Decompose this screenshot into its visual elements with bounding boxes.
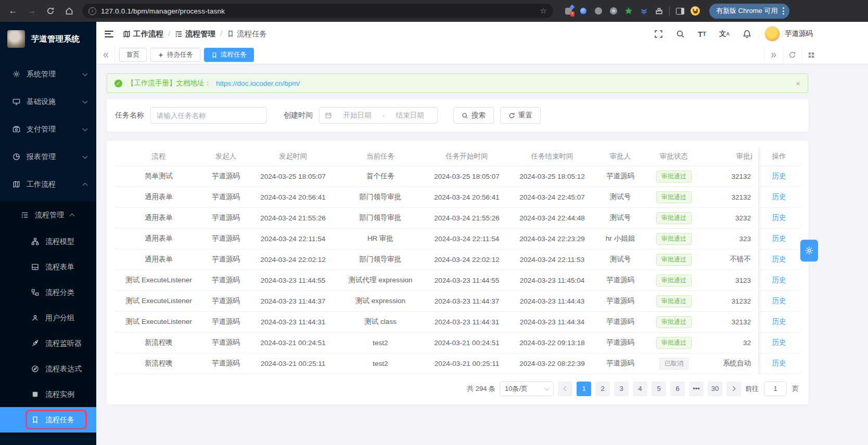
home-icon[interactable] (61, 3, 77, 19)
search-form: 任务名称 创建时间 开始日期 - 结束日期 搜索 重置 (107, 99, 808, 132)
breadcrumb-process-management[interactable]: 流程管理 (175, 29, 215, 39)
url-bar[interactable]: i 127.0.0.1/bpm/manager/process-tasnk ☆ (82, 4, 553, 18)
table-row[interactable]: 新流程噢 芋道源码 2024-03-21 00:24:51 test2 2024… (115, 332, 800, 353)
page-button[interactable]: 6 (670, 382, 685, 396)
sidebar-item-infra[interactable]: 基础设施 (0, 88, 96, 115)
sidebar-item-process-listener[interactable]: 流程监听器 (0, 331, 96, 356)
refresh-page-icon[interactable] (783, 46, 801, 64)
sidebar-item-user-group[interactable]: 用户分组 (0, 305, 96, 331)
tab-process-task[interactable]: 流程任务 (204, 48, 254, 62)
sidebar-item-process-task[interactable]: 流程任务 (0, 407, 96, 433)
tabs-scroll-right-icon[interactable] (764, 46, 783, 64)
table-row[interactable]: 通用表单 芋道源码 2024-03-24 22:02:12 部门领导审批 202… (115, 249, 800, 270)
tabs-scroll-left-icon[interactable] (96, 46, 115, 64)
table-row[interactable]: 通用表单 芋道源码 2024-03-24 21:55:26 部门领导审批 202… (115, 207, 800, 228)
success-check-icon: ✓ (114, 80, 122, 87)
sidebar-item-process-instance[interactable]: 流程实例 (0, 382, 96, 407)
back-icon[interactable]: ← (5, 3, 21, 19)
cell-process: 简单测试 (115, 166, 202, 187)
sidebar-item-process-form[interactable]: 流程表单 (0, 254, 96, 280)
extension-icon-5[interactable] (624, 6, 633, 16)
page-button[interactable]: 4 (633, 382, 647, 396)
prev-page-button[interactable] (558, 382, 572, 396)
task-name-input[interactable] (150, 107, 267, 124)
next-page-button[interactable] (726, 382, 741, 396)
cell-process: 通用表单 (115, 187, 202, 207)
table-row[interactable]: 测试 ExecuteListener 芋道源码 2024-03-23 11:44… (115, 311, 800, 332)
history-link[interactable]: 历史 (772, 234, 786, 242)
doc-link[interactable]: https://doc.iocoder.cn/bpm/ (216, 80, 300, 87)
end-date-placeholder: 结束日期 (388, 111, 432, 120)
history-link[interactable]: 历史 (772, 359, 786, 367)
user-menu[interactable]: 芋道源码 (764, 26, 813, 42)
sidebar-item-process-model[interactable]: 流程模型 (0, 229, 96, 254)
history-link[interactable]: 历史 (772, 255, 786, 263)
last-page-button[interactable]: 30 (708, 382, 722, 396)
breadcrumb-workflow[interactable]: 工作流程 (123, 29, 163, 39)
page-button[interactable]: 5 (652, 382, 666, 396)
fullscreen-icon[interactable] (654, 30, 663, 38)
cell-process: 测试 ExecuteListener (115, 291, 202, 311)
reload-icon[interactable] (43, 3, 58, 19)
history-link[interactable]: 历史 (772, 193, 786, 201)
table-row[interactable]: 简单测试 芋道源码 2024-03-25 18:05:07 首个任务 2024-… (115, 166, 800, 187)
bookmark-star-icon[interactable]: ☆ (540, 6, 547, 16)
search-icon[interactable] (676, 30, 685, 38)
sidebar-item-process-management[interactable]: 流程管理 (0, 201, 96, 229)
history-link[interactable]: 历史 (772, 318, 786, 325)
tab-home[interactable]: 首页 (119, 48, 147, 62)
history-link[interactable]: 历史 (772, 338, 786, 346)
extension-icon-2[interactable] (579, 6, 588, 16)
side-panel-icon[interactable] (675, 6, 685, 16)
user-group-icon (31, 314, 39, 322)
col-start-time: 发起时间 (249, 147, 337, 166)
page-size-select[interactable]: 10条/页 (500, 382, 554, 396)
pagination-pages: 1 2 3 4 5 6 (577, 382, 685, 396)
sidebar-item-report[interactable]: 报表管理 (0, 143, 96, 171)
history-link[interactable]: 历史 (772, 297, 786, 305)
history-link[interactable]: 历史 (772, 172, 786, 180)
reset-button[interactable]: 重置 (500, 107, 541, 124)
translate-icon[interactable]: 文A (719, 29, 730, 38)
extension-icon-4[interactable] (609, 6, 618, 16)
sidebar-item-process-expression[interactable]: 流程表达式 (0, 356, 96, 382)
page-button[interactable]: 2 (595, 382, 610, 396)
scroll-gutter (752, 270, 758, 291)
table-row[interactable]: 通用表单 芋道源码 2024-03-24 20:56:41 部门领导审批 202… (115, 187, 800, 207)
page-button[interactable]: 3 (614, 382, 629, 396)
browser-menu-icon[interactable] (782, 6, 785, 16)
extension-icon-3[interactable] (594, 6, 603, 16)
table-row[interactable]: 测试 ExecuteListener 芋道源码 2024-03-23 11:44… (115, 270, 800, 291)
font-size-icon[interactable]: TT (698, 30, 706, 38)
page-button[interactable]: 1 (577, 382, 591, 396)
table-row[interactable]: 新流程噢 芋道源码 2024-03-21 00:25:11 test2 2024… (115, 353, 800, 374)
forward-icon[interactable]: → (24, 3, 40, 19)
history-link[interactable]: 历史 (772, 214, 786, 221)
profile-avatar-icon[interactable] (691, 6, 700, 16)
search-button[interactable]: 搜索 (453, 107, 494, 124)
layout-grid-icon[interactable] (801, 46, 820, 64)
chrome-update-button[interactable]: 有新版 Chrome 可用 (709, 4, 789, 19)
extension-icon-1[interactable]: 7 (564, 6, 573, 16)
sidebar-item-workflow[interactable]: 工作流程 (0, 171, 96, 198)
status-badge: 审批通过 (656, 274, 692, 286)
create-time-range-picker[interactable]: 开始日期 - 结束日期 (319, 107, 438, 124)
tab-todo-tasks[interactable]: 待办任务 (150, 48, 200, 62)
extension-icon-6[interactable] (639, 6, 648, 16)
menu-fold-icon[interactable] (105, 31, 113, 37)
puzzle-extensions-icon[interactable] (654, 6, 663, 16)
goto-page-input[interactable] (764, 382, 787, 396)
close-icon[interactable]: × (796, 79, 800, 88)
history-link[interactable]: 历史 (772, 276, 786, 284)
app-logo-row[interactable]: 芋道管理系统 (0, 22, 96, 56)
sidebar-item-process-category[interactable]: 流程分类 (0, 280, 96, 305)
bell-icon[interactable] (743, 30, 751, 38)
site-info-icon[interactable]: i (88, 7, 96, 15)
cell-status: 审批通过 (646, 228, 702, 249)
table-row[interactable]: 通用表单 芋道源码 2024-03-24 22:11:54 HR 审批 2024… (115, 228, 800, 249)
sidebar-item-system[interactable]: 系统管理 (0, 60, 96, 88)
table-row[interactable]: 测试 ExecuteListener 芋道源码 2024-03-23 11:44… (115, 291, 800, 311)
sidebar-item-pay[interactable]: 支付管理 (0, 115, 96, 143)
settings-fab[interactable] (800, 240, 818, 261)
more-pages-button[interactable]: ••• (689, 382, 704, 396)
